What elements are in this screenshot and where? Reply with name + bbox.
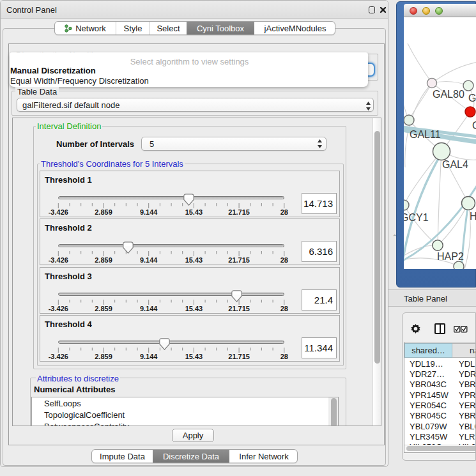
svg-text:C: C	[472, 120, 476, 131]
svg-text:HAP2: HAP2	[437, 251, 464, 262]
svg-text:GCY1: GCY1	[404, 212, 429, 223]
svg-text:GAL80: GAL80	[433, 89, 464, 100]
svg-text:GAL11: GAL11	[410, 129, 441, 140]
svg-text:GAL4: GAL4	[442, 159, 468, 170]
svg-text:H: H	[470, 211, 476, 222]
svg-text:GA: GA	[468, 93, 476, 104]
